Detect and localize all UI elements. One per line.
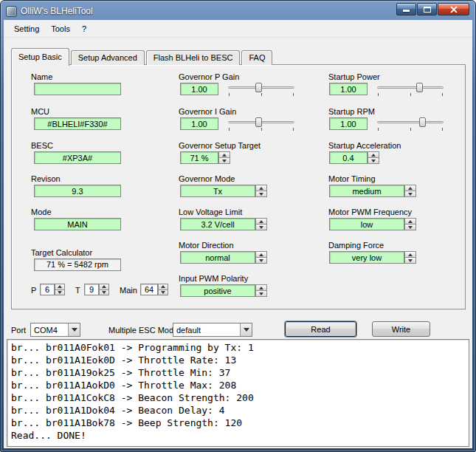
startup-acceleration-spinner: [368, 151, 379, 164]
dropdown-button[interactable]: [240, 323, 252, 336]
slider-thumb[interactable]: [416, 83, 423, 92]
governor-i-gain-label: Governor I Gain: [179, 107, 236, 116]
esc-mode-combobox[interactable]: default: [173, 323, 252, 337]
tab-setup-advanced[interactable]: Setup Advanced: [71, 50, 145, 65]
governor-p-gain-value[interactable]: [180, 83, 218, 95]
window-controls: [396, 3, 469, 16]
port-label: Port: [11, 326, 26, 335]
spin-down-button[interactable]: [99, 290, 109, 296]
revison-label: Revison: [31, 174, 61, 183]
arrow-down-icon: [259, 193, 263, 196]
spin-down-button[interactable]: [404, 225, 416, 230]
menu-tools[interactable]: Tools: [45, 21, 76, 36]
startup-power-value[interactable]: [329, 83, 368, 95]
motor-pwm-frequency-select[interactable]: [329, 218, 404, 230]
slider-thumb[interactable]: [255, 83, 262, 92]
motor-direction-select[interactable]: [180, 251, 255, 264]
arrow-up-icon: [222, 154, 227, 157]
governor-p-gain-label: Governor P Gain: [179, 72, 239, 81]
spin-up-button[interactable]: [255, 251, 267, 258]
minimize-button[interactable]: [396, 3, 416, 16]
spin-up-button[interactable]: [404, 185, 416, 191]
mode-label: Mode: [31, 208, 52, 216]
governor-setup-target-spinner: [218, 151, 230, 164]
startup-rpm-slider[interactable]: [377, 117, 444, 131]
mode-field[interactable]: [34, 218, 121, 230]
startup-acceleration-value[interactable]: [329, 151, 368, 164]
startup-power-label: Startup Power: [328, 72, 380, 81]
arrow-up-icon: [371, 154, 376, 157]
mcu-field[interactable]: [34, 117, 121, 130]
port-combobox[interactable]: COM4: [30, 323, 80, 337]
spin-down-button[interactable]: [404, 258, 416, 264]
besc-field[interactable]: [34, 151, 121, 164]
spin-up-button[interactable]: [255, 284, 267, 291]
low-voltage-limit-spinner: [255, 218, 267, 230]
spin-down-button[interactable]: [255, 291, 267, 297]
startup-rpm-value[interactable]: [329, 117, 368, 130]
spin-down-button[interactable]: [255, 258, 267, 264]
arrow-up-icon: [58, 285, 62, 288]
name-label: Name: [31, 72, 52, 81]
input-pwm-polarity-select[interactable]: [180, 284, 255, 297]
governor-mode-select[interactable]: [180, 185, 255, 197]
client-area: Setting Tools ? Setup Basic Setup Advanc…: [4, 20, 472, 448]
read-button[interactable]: Read: [285, 321, 356, 337]
spin-up-button[interactable]: [404, 218, 416, 225]
t-label: T: [75, 286, 80, 295]
governor-p-gain-slider[interactable]: [228, 82, 294, 96]
close-button[interactable]: [438, 3, 469, 16]
low-voltage-limit-select[interactable]: [180, 218, 255, 230]
tab-setup-basic[interactable]: Setup Basic: [11, 48, 69, 66]
governor-i-gain-value[interactable]: [180, 117, 218, 130]
damping-force-select[interactable]: [329, 251, 404, 264]
spin-down-button[interactable]: [158, 290, 168, 296]
revison-field[interactable]: [34, 185, 121, 197]
spin-down-button[interactable]: [255, 191, 267, 197]
arrow-down-icon: [102, 291, 106, 294]
tab-flash-blheli[interactable]: Flash BLHeli to BESC: [146, 50, 241, 65]
governor-setup-target-value[interactable]: [180, 151, 218, 164]
name-field[interactable]: [34, 83, 121, 95]
slider-thumb[interactable]: [419, 117, 426, 127]
spin-up-button[interactable]: [255, 185, 267, 191]
spin-up-button[interactable]: [99, 284, 109, 290]
maximize-button[interactable]: [417, 3, 437, 16]
target-calculator-value: 71 % = 5482 rpm: [34, 258, 121, 271]
spin-down-button[interactable]: [255, 225, 267, 230]
slider-thumb[interactable]: [255, 117, 262, 127]
spin-down-button[interactable]: [218, 158, 230, 164]
motor-direction-spinner: [255, 251, 267, 264]
p-spinner: [55, 284, 65, 295]
startup-power-slider[interactable]: [377, 82, 444, 96]
log-output[interactable]: br... br011A0Fok01 -> Programming by Tx:…: [7, 339, 469, 447]
menu-help[interactable]: ?: [76, 21, 92, 36]
chevron-down-icon: [72, 328, 77, 332]
governor-i-gain-slider[interactable]: [228, 117, 294, 131]
spin-up-button[interactable]: [404, 251, 416, 258]
arrow-down-icon: [58, 291, 62, 294]
spin-down-button[interactable]: [404, 191, 416, 197]
spin-up-button[interactable]: [368, 151, 379, 158]
spin-down-button[interactable]: [368, 158, 379, 164]
spin-up-button[interactable]: [255, 218, 267, 225]
main-spinner: [158, 284, 168, 295]
target-calculator-label: Target Calculator: [31, 248, 92, 257]
spin-up-button[interactable]: [55, 284, 65, 290]
spin-up-button[interactable]: [158, 284, 168, 290]
arrow-down-icon: [259, 292, 263, 295]
spin-down-button[interactable]: [55, 290, 65, 296]
main-field[interactable]: [140, 284, 158, 295]
p-field[interactable]: [40, 284, 55, 295]
spin-up-button[interactable]: [218, 151, 230, 158]
mcu-label: MCU: [31, 107, 49, 116]
write-button[interactable]: Write: [372, 321, 430, 337]
menu-setting[interactable]: Setting: [8, 21, 45, 36]
motor-timing-select[interactable]: [329, 185, 404, 197]
esc-mode-value: default: [173, 323, 240, 336]
dropdown-button[interactable]: [68, 323, 80, 336]
tab-faq[interactable]: FAQ: [241, 50, 272, 65]
esc-mode-label: Multiple ESC Mode: [108, 326, 178, 335]
motor-pwm-frequency-spinner: [404, 218, 416, 230]
t-field[interactable]: [84, 284, 99, 295]
